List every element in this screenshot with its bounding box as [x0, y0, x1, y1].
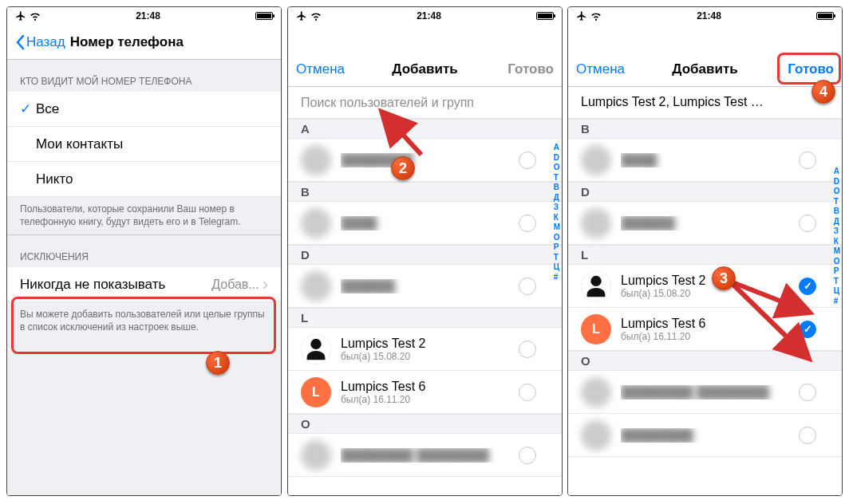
svg-line-4: [733, 284, 806, 356]
screenshot-2: 21:48 Отмена Добавить Готово Поиск польз…: [287, 6, 563, 496]
wifi-icon: [30, 10, 41, 22]
never-share-row[interactable]: Никогда не показывать Добав... ›: [7, 267, 281, 302]
section-index[interactable]: A D O Т В Д З К М О Р Т Ц #: [834, 167, 840, 306]
select-radio[interactable]: [519, 384, 536, 401]
contact-row[interactable]: ████████: [568, 414, 842, 457]
avatar: L: [301, 377, 331, 408]
contact-row[interactable]: ████: [568, 139, 842, 182]
index-letter[interactable]: Ц: [834, 286, 840, 297]
index-letter[interactable]: О: [834, 257, 840, 267]
index-letter[interactable]: К: [834, 237, 840, 247]
contact-row[interactable]: ████: [288, 202, 562, 245]
index-letter[interactable]: #: [834, 297, 840, 307]
contact-row[interactable]: ████████ ████████: [568, 371, 842, 414]
avatar: [581, 377, 611, 408]
wifi-icon: [310, 10, 322, 22]
option-my-contacts[interactable]: Мои контакты: [7, 127, 281, 162]
contact-row[interactable]: ██████: [568, 202, 842, 245]
index-letter[interactable]: М: [554, 222, 560, 233]
avatar: L: [581, 314, 611, 345]
index-letter[interactable]: A: [834, 167, 840, 177]
group-header: L: [568, 245, 842, 265]
select-radio[interactable]: [519, 278, 536, 295]
select-radio[interactable]: [519, 447, 536, 464]
contact-row[interactable]: ████████ ████████: [288, 434, 562, 477]
index-letter[interactable]: Т: [834, 197, 840, 207]
group-header: O: [288, 414, 562, 434]
tutorial-composite: 21:48 Назад Номер телефона КТО ВИДИТ МОЙ…: [0, 0, 849, 504]
selected-text: Lumpics Test 2, Lumpics Test …: [581, 95, 764, 108]
selected-contacts-field[interactable]: Lumpics Test 2, Lumpics Test …: [568, 87, 842, 119]
contact-name: Lumpics Test 2: [341, 337, 519, 351]
index-letter[interactable]: #: [554, 273, 560, 283]
contact-subtitle: был(а) 15.08.20: [341, 351, 519, 362]
nav-title: Номер телефона: [70, 34, 184, 50]
battery-icon: [536, 12, 554, 20]
select-radio[interactable]: [799, 215, 816, 232]
index-letter[interactable]: В: [554, 183, 560, 193]
airplane-icon: [296, 10, 307, 22]
status-bar: 21:48: [288, 7, 562, 25]
index-letter[interactable]: D: [834, 177, 840, 187]
index-letter[interactable]: З: [554, 203, 560, 213]
option-nobody[interactable]: Никто: [7, 162, 281, 197]
select-radio[interactable]: [799, 427, 816, 444]
done-button[interactable]: Готово: [788, 61, 834, 77]
avatar: [301, 334, 331, 364]
section-header-exceptions: ИСКЛЮЧЕНИЯ: [7, 234, 281, 267]
battery-icon: [816, 12, 834, 20]
index-letter[interactable]: О: [554, 233, 560, 243]
index-letter[interactable]: З: [834, 226, 840, 237]
group-header: B: [288, 182, 562, 202]
section-index[interactable]: A D O Т В Д З К М О Р Т Ц #: [554, 143, 560, 282]
index-letter[interactable]: A: [554, 143, 560, 153]
index-letter[interactable]: К: [554, 213, 560, 223]
index-letter[interactable]: Р: [554, 242, 560, 253]
back-button[interactable]: Назад: [15, 34, 65, 50]
index-letter[interactable]: В: [834, 207, 840, 217]
never-share-value: Добав...: [211, 278, 259, 292]
index-letter[interactable]: Т: [834, 277, 840, 287]
contact-row-lumpics6[interactable]: L Lumpics Test 6 был(а) 16.11.20: [288, 371, 562, 414]
contact-name: ████████ ████████: [621, 385, 799, 400]
index-letter[interactable]: Т: [554, 173, 560, 183]
airplane-icon: [15, 10, 26, 22]
index-letter[interactable]: O: [554, 163, 560, 173]
modal-navbar: Отмена Добавить Готово: [568, 52, 842, 87]
annotation-badge-3: 3: [712, 266, 736, 290]
contact-subtitle: был(а) 16.11.20: [341, 394, 519, 405]
done-button[interactable]: Готово: [507, 61, 554, 77]
index-letter[interactable]: Т: [554, 253, 560, 263]
option-everybody[interactable]: ✓ Все: [7, 92, 281, 127]
index-letter[interactable]: Р: [834, 266, 840, 277]
status-time: 21:48: [417, 10, 441, 22]
index-letter[interactable]: D: [554, 153, 560, 163]
back-label: Назад: [26, 34, 65, 50]
index-letter[interactable]: Д: [834, 217, 840, 227]
index-letter[interactable]: O: [834, 187, 840, 197]
contact-name: ████████ ████████: [341, 448, 519, 463]
index-letter[interactable]: Ц: [554, 262, 560, 273]
option-label: Все: [36, 101, 268, 117]
avatar: [301, 145, 331, 175]
status-time: 21:48: [136, 10, 160, 22]
status-bar: 21:48: [568, 7, 842, 25]
select-radio[interactable]: [799, 384, 816, 401]
footer-who: Пользователи, которые сохранили Ваш номе…: [7, 197, 281, 234]
select-radio[interactable]: [799, 152, 816, 169]
option-label: Мои контакты: [36, 136, 268, 152]
select-radio[interactable]: [519, 152, 536, 169]
contact-row-lumpics2[interactable]: Lumpics Test 2 был(а) 15.08.20: [288, 328, 562, 371]
select-radio[interactable]: [519, 341, 536, 358]
index-letter[interactable]: М: [834, 246, 840, 257]
contact-name: ██████: [621, 216, 799, 230]
avatar: [301, 208, 331, 238]
avatar: [581, 208, 611, 238]
svg-line-2: [385, 115, 421, 155]
contact-name: ████████: [621, 428, 799, 443]
contact-row[interactable]: ██████: [288, 265, 562, 308]
avatar: [581, 420, 611, 451]
index-letter[interactable]: Д: [554, 193, 560, 203]
contact-name: ██████: [341, 279, 519, 293]
select-radio[interactable]: [519, 215, 536, 232]
